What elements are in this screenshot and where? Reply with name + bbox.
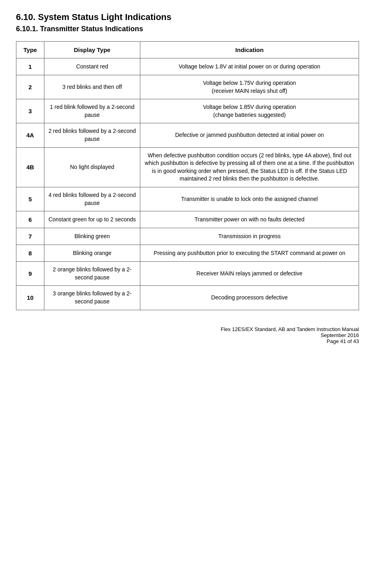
cell-type: 6 (16, 211, 44, 228)
cell-display: 1 red blink followed by a 2-second pause (44, 99, 140, 123)
footer-line3: Page 41 of 43 (16, 338, 359, 344)
cell-display: No light displayed (44, 147, 140, 187)
table-row: 8Blinking orangePressing any pushbutton … (16, 245, 359, 262)
cell-type: 10 (16, 286, 44, 310)
footer: Flex 12ES/EX Standard, AB and Tandem Ins… (16, 326, 359, 344)
table-row: 54 red blinks followed by a 2-second pau… (16, 187, 359, 211)
cell-display: 3 red blinks and then off (44, 75, 140, 99)
cell-indication: When defective pushbutton condition occu… (140, 147, 359, 187)
table-row: 4BNo light displayedWhen defective pushb… (16, 147, 359, 187)
footer-line2: September 2016 (16, 332, 359, 338)
cell-indication: Voltage below 1.75V during operation(rec… (140, 75, 359, 99)
page-subtitle: 6.10.1. Transmitter Status Indications (16, 25, 359, 33)
cell-display: 4 red blinks followed by a 2-second paus… (44, 187, 140, 211)
col-header-type: Type (16, 42, 44, 58)
cell-type: 1 (16, 58, 44, 75)
status-table: Type Display Type Indication 1Constant r… (16, 41, 359, 310)
footer-line1: Flex 12ES/EX Standard, AB and Tandem Ins… (16, 326, 359, 332)
cell-type: 9 (16, 262, 44, 286)
table-row: 23 red blinks and then offVoltage below … (16, 75, 359, 99)
table-header-row: Type Display Type Indication (16, 42, 359, 58)
cell-type: 5 (16, 187, 44, 211)
col-header-indication: Indication (140, 42, 359, 58)
cell-type: 3 (16, 99, 44, 123)
cell-indication: Voltage below 1.85V during operation(cha… (140, 99, 359, 123)
cell-indication: Pressing any pushbutton prior to executi… (140, 245, 359, 262)
cell-indication: Decoding processors defective (140, 286, 359, 310)
cell-indication: Transmission in progress (140, 228, 359, 245)
cell-indication: Receiver MAIN relays jammed or defective (140, 262, 359, 286)
cell-indication: Transmitter power on with no faults dete… (140, 211, 359, 228)
col-header-display: Display Type (44, 42, 140, 58)
cell-type: 8 (16, 245, 44, 262)
table-row: 92 orange blinks followed by a 2-second … (16, 262, 359, 286)
cell-type: 4A (16, 123, 44, 147)
cell-display: Constant red (44, 58, 140, 75)
page-title: 6.10. System Status Light Indications (16, 12, 359, 22)
table-row: 7Blinking greenTransmission in progress (16, 228, 359, 245)
cell-display: Constant green for up to 2 seconds (44, 211, 140, 228)
table-row: 31 red blink followed by a 2-second paus… (16, 99, 359, 123)
cell-type: 2 (16, 75, 44, 99)
table-row: 6Constant green for up to 2 secondsTrans… (16, 211, 359, 228)
cell-display: 2 red blinks followed by a 2-second paus… (44, 123, 140, 147)
table-row: 1Constant redVoltage below 1.8V at initi… (16, 58, 359, 75)
cell-display: Blinking green (44, 228, 140, 245)
cell-type: 7 (16, 228, 44, 245)
cell-display: 2 orange blinks followed by a 2-second p… (44, 262, 140, 286)
table-row: 4A2 red blinks followed by a 2-second pa… (16, 123, 359, 147)
cell-indication: Defective or jammed pushbutton detected … (140, 123, 359, 147)
cell-indication: Transmitter is unable to lock onto the a… (140, 187, 359, 211)
cell-display: Blinking orange (44, 245, 140, 262)
cell-indication: Voltage below 1.8V at initial power on o… (140, 58, 359, 75)
cell-display: 3 orange blinks followed by a 2-second p… (44, 286, 140, 310)
table-row: 103 orange blinks followed by a 2-second… (16, 286, 359, 310)
cell-type: 4B (16, 147, 44, 187)
